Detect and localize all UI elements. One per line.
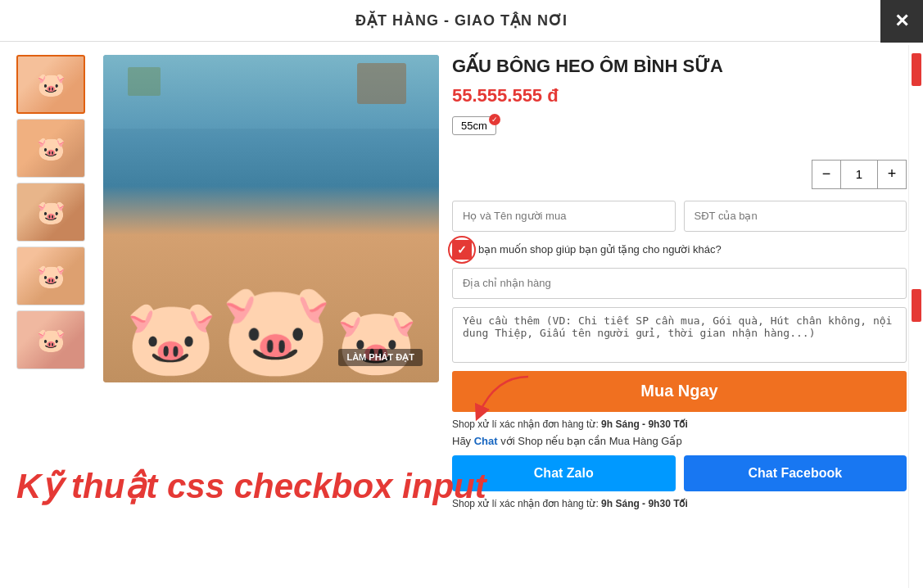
thumbnail-3[interactable]: 🐷 [16, 183, 85, 242]
close-button[interactable]: ✕ [880, 0, 923, 43]
bottom-hours-bold: 9h Sáng - 9h30 Tối [601, 498, 688, 509]
gift-checkbox[interactable] [452, 240, 472, 260]
size-badge[interactable]: 55cm [452, 116, 496, 135]
chat-facebook-button[interactable]: Chat Facebook [684, 455, 907, 491]
right-accent-bar [908, 45, 923, 588]
shop-hours-text: Shop xử lí xác nhận đơn hàng từ: 9h Sáng… [452, 418, 907, 430]
thumbnail-5[interactable]: 🐷 [16, 310, 85, 369]
accent-bar-top [912, 53, 921, 86]
thumb-image-3: 🐷 [17, 183, 84, 241]
buy-now-button[interactable]: Mua Ngay [452, 371, 907, 412]
thumbnail-4[interactable]: 🐷 [16, 247, 85, 305]
accent-bar-bottom [912, 289, 921, 322]
product-info: GẤU BÔNG HEO ÔM BÌNH SỮA 55.555.555 đ 55… [452, 55, 907, 509]
chat-prompt-text2: với Shop nếu bạn cần Mua Hàng Gấp [500, 435, 681, 447]
chat-buttons-row: Chat Zalo Chat Facebook [452, 455, 907, 491]
thumb-image-4: 🐷 [17, 247, 84, 305]
size-check-icon [489, 114, 500, 125]
chat-prompt-text: Hãy [452, 435, 474, 447]
bottom-hours-text: Shop xử lí xác nhận đơn hàng từ: 9h Sáng… [452, 498, 907, 509]
thumb-image-2: 🐷 [17, 120, 84, 177]
thumb-image-5: 🐷 [17, 311, 84, 369]
thumbnail-1[interactable]: 🐷 [16, 55, 85, 114]
gift-checkbox-row: bạn muốn shop giúp bạn gửi tặng cho ngườ… [452, 240, 907, 260]
quantity-decrease-button[interactable]: − [812, 160, 841, 189]
modal-body: 🐷 🐷 🐷 🐷 🐷 🐷 🐷 [0, 42, 923, 522]
thumb-image-1: 🐷 [18, 57, 84, 112]
modal-title: ĐẶT HÀNG - GIAO TẬN NƠI [355, 12, 568, 29]
modal-header: ĐẶT HÀNG - GIAO TẬN NƠI ✕ [0, 0, 923, 42]
quantity-row: − 1 + [452, 160, 907, 189]
quantity-value: 1 [841, 160, 877, 189]
gift-checkbox-wrapper [452, 240, 472, 260]
pig-group: 🐷 🐷 🐷 [103, 153, 439, 382]
shop-hours-bold: 9h Sáng - 9h30 Tối [601, 418, 688, 430]
buyer-phone-input[interactable] [684, 201, 907, 232]
size-label: 55cm [461, 120, 487, 132]
modal-container: ĐẶT HÀNG - GIAO TẬN NƠI ✕ 🐷 🐷 🐷 🐷 🐷 [0, 0, 923, 588]
name-phone-row [452, 201, 907, 232]
product-price: 55.555.555 đ [452, 85, 907, 106]
thumbnail-list: 🐷 🐷 🐷 🐷 🐷 [16, 55, 90, 509]
chat-link[interactable]: Chat [474, 435, 498, 447]
quantity-increase-button[interactable]: + [877, 160, 907, 189]
chat-prompt-row: Hãy Chat với Shop nếu bạn cần Mua Hàng G… [452, 435, 907, 447]
thumbnail-2[interactable]: 🐷 [16, 119, 85, 178]
gift-checkbox-label: bạn muốn shop giúp bạn gửi tặng cho ngườ… [478, 243, 722, 256]
main-product-image: 🐷 🐷 🐷 LÀM PHÁT ĐẠT [103, 55, 439, 382]
notes-textarea[interactable]: Yêu cầu thêm (VD: Chi tiết SP cần mua, G… [452, 307, 907, 363]
product-name: GẤU BÔNG HEO ÔM BÌNH SỮA [452, 55, 907, 79]
watermark-text: LÀM PHÁT ĐẠT [338, 349, 423, 366]
buyer-name-input[interactable] [452, 201, 676, 232]
address-input[interactable] [452, 268, 907, 299]
chat-zalo-button[interactable]: Chat Zalo [452, 455, 676, 491]
